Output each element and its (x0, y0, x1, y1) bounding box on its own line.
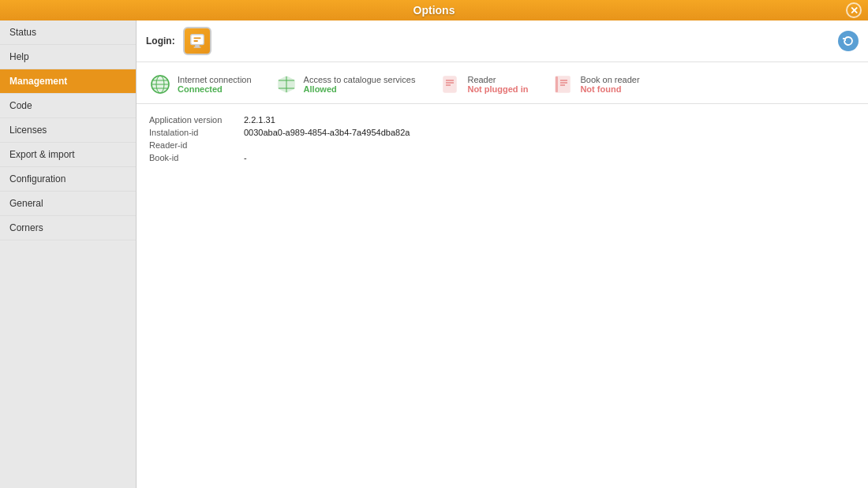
book-id-label: Book-id (149, 153, 244, 162)
internet-icon (149, 73, 171, 95)
book-label: Book on reader (580, 75, 639, 84)
sidebar-item-corners[interactable]: Corners (0, 216, 136, 240)
app-version-row: Application version 2.2.1.31 (149, 115, 855, 125)
sidebar-item-configuration[interactable]: Configuration (0, 167, 136, 192)
sidebar-item-management[interactable]: Management (0, 69, 136, 94)
installation-id-label: Instalation-id (149, 128, 244, 137)
svg-rect-11 (443, 76, 456, 92)
refresh-button[interactable] (838, 31, 859, 51)
catalogue-label: Access to catalogue services (304, 75, 416, 84)
sidebar-item-general[interactable]: General (0, 192, 136, 216)
top-bar: Options ✕ (0, 0, 868, 20)
installation-id-value: 0030aba0-a989-4854-a3b4-7a4954dba82a (244, 128, 410, 137)
reader-value: Not plugged in (467, 84, 528, 94)
book-id-row: Book-id - (149, 153, 855, 162)
book-id-value: - (244, 153, 247, 162)
catalogue-value: Allowed (304, 84, 416, 94)
reader-label: Reader (467, 75, 528, 84)
app-version-value: 2.2.1.31 (244, 115, 275, 125)
internet-status-item: Internet connection Connected (149, 73, 252, 95)
login-icon[interactable] (183, 27, 211, 55)
catalogue-status-item: Access to catalogue services Allowed (275, 73, 416, 95)
sidebar-item-help[interactable]: Help (0, 45, 136, 69)
reader-status-item: Reader Not plugged in (439, 73, 528, 95)
reader-id-label: Reader-id (149, 140, 244, 150)
catalogue-icon (275, 73, 297, 95)
svg-rect-4 (193, 47, 200, 47)
svg-rect-16 (556, 76, 558, 92)
installation-id-row: Instalation-id 0030aba0-a989-4854-a3b4-7… (149, 128, 855, 137)
sidebar: Status Help Management Code Licenses Exp… (0, 20, 137, 488)
book-value: Not found (580, 84, 639, 94)
internet-value: Connected (178, 84, 252, 94)
book-icon (552, 73, 574, 95)
status-grid: Internet connection Connected Access to … (137, 62, 868, 104)
main-layout: Status Help Management Code Licenses Exp… (0, 20, 868, 488)
close-button[interactable]: ✕ (846, 2, 862, 18)
sidebar-item-licenses[interactable]: Licenses (0, 118, 136, 143)
login-label: Login: (146, 35, 175, 47)
sidebar-item-export-import[interactable]: Export & import (0, 143, 136, 167)
svg-rect-0 (190, 35, 204, 45)
book-status-item: Book on reader Not found (552, 73, 639, 95)
sidebar-item-code[interactable]: Code (0, 94, 136, 118)
sidebar-item-status[interactable]: Status (0, 20, 136, 45)
app-version-label: Application version (149, 115, 244, 125)
login-bar: Login: (137, 20, 868, 62)
content-area: Login: (137, 20, 868, 488)
reader-icon (439, 73, 461, 95)
info-section: Application version 2.2.1.31 Instalation… (137, 104, 868, 177)
svg-rect-1 (193, 37, 200, 39)
svg-rect-2 (193, 40, 198, 42)
window-title: Options (413, 4, 455, 17)
reader-id-row: Reader-id (149, 140, 855, 150)
internet-label: Internet connection (178, 75, 252, 84)
